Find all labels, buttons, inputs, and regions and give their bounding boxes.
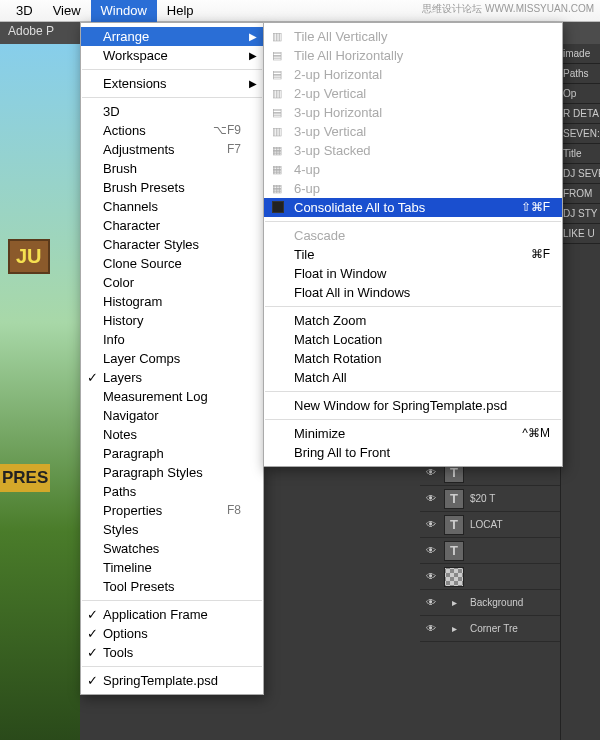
layout-icon: ▦ xyxy=(272,160,286,179)
window-menu-item[interactable]: Paragraph Styles xyxy=(81,463,263,482)
window-menu-item[interactable]: Paragraph xyxy=(81,444,263,463)
menu-3d[interactable]: 3D xyxy=(6,0,43,22)
window-menu-item[interactable]: Color xyxy=(81,273,263,292)
layer-thumb: ▸ xyxy=(444,593,464,613)
arrange-menu-item: ▥2-up Vertical xyxy=(264,84,562,103)
arrange-menu-item: ▤2-up Horizontal xyxy=(264,65,562,84)
panel-tab[interactable]: imade xyxy=(561,44,600,64)
arrange-menu-item: ▤3-up Horizontal xyxy=(264,103,562,122)
layer-thumb xyxy=(444,567,464,587)
layout-icon: ▥ xyxy=(272,84,286,103)
window-menu-item[interactable]: History xyxy=(81,311,263,330)
arrange-menu-item[interactable]: Match All xyxy=(264,368,562,387)
layout-icon: ▤ xyxy=(272,65,286,84)
window-menu-item[interactable]: ✓Layers xyxy=(81,368,263,387)
arrange-menu-item: ▦3-up Stacked xyxy=(264,141,562,160)
window-menu-item[interactable]: 3D xyxy=(81,102,263,121)
arrange-menu-item[interactable]: New Window for SpringTemplate.psd xyxy=(264,396,562,415)
window-menu-item[interactable]: Brush xyxy=(81,159,263,178)
arrange-menu-item[interactable]: Consolidate All to Tabs⇧⌘F xyxy=(264,198,562,217)
arrange-menu-item: ▦4-up xyxy=(264,160,562,179)
layout-icon: ▥ xyxy=(272,122,286,141)
arrange-menu-item[interactable]: Match Location xyxy=(264,330,562,349)
canvas-text-pres: PRES xyxy=(0,464,50,492)
document-canvas[interactable]: JU PRES xyxy=(0,44,80,740)
visibility-eye-icon[interactable]: 👁 xyxy=(424,493,438,504)
arrange-menu-item: ▦6-up xyxy=(264,179,562,198)
window-menu-item[interactable]: Histogram xyxy=(81,292,263,311)
layout-icon xyxy=(272,201,284,213)
panel-tab[interactable]: FROM xyxy=(561,184,600,204)
menu-view[interactable]: View xyxy=(43,0,91,22)
visibility-eye-icon[interactable]: 👁 xyxy=(424,545,438,556)
window-menu-item[interactable]: ✓Application Frame xyxy=(81,605,263,624)
window-menu-item[interactable]: AdjustmentsF7 xyxy=(81,140,263,159)
menu-window[interactable]: Window xyxy=(91,0,157,22)
watermark: 思维设计论坛 WWW.MISSYUAN.COM xyxy=(422,2,594,16)
panel-tab[interactable]: LIKE U xyxy=(561,224,600,244)
window-menu-item[interactable]: Character Styles xyxy=(81,235,263,254)
window-menu-dropdown: Arrange▶Workspace▶Extensions▶3DActions⌥F… xyxy=(80,22,264,695)
layout-icon: ▦ xyxy=(272,141,286,160)
window-menu-item[interactable]: Measurement Log xyxy=(81,387,263,406)
window-menu-item[interactable]: Arrange▶ xyxy=(81,27,263,46)
arrange-menu-item: ▤Tile All Horizontally xyxy=(264,46,562,65)
visibility-eye-icon[interactable]: 👁 xyxy=(424,519,438,530)
arrange-menu-item[interactable]: Minimize^⌘M xyxy=(264,424,562,443)
arrange-menu-item[interactable]: Bring All to Front xyxy=(264,443,562,462)
window-menu-item[interactable]: Paths xyxy=(81,482,263,501)
window-menu-item[interactable]: Layer Comps xyxy=(81,349,263,368)
panel-tab[interactable]: R DETA xyxy=(561,104,600,124)
panel-tab[interactable]: SEVEN: xyxy=(561,124,600,144)
window-menu-item[interactable]: ✓Options xyxy=(81,624,263,643)
canvas-text-ju: JU xyxy=(8,239,50,274)
arrange-menu-item: ▥Tile All Vertically xyxy=(264,27,562,46)
panel-tab[interactable]: Paths xyxy=(561,64,600,84)
window-menu-item[interactable]: Tool Presets xyxy=(81,577,263,596)
arrange-menu-item[interactable]: Float All in Windows xyxy=(264,283,562,302)
window-menu-item[interactable]: Actions⌥F9 xyxy=(81,121,263,140)
visibility-eye-icon[interactable]: 👁 xyxy=(424,623,438,634)
arrange-menu-item[interactable]: Float in Window xyxy=(264,264,562,283)
window-menu-item[interactable]: Extensions▶ xyxy=(81,74,263,93)
layout-icon: ▥ xyxy=(272,27,286,46)
window-menu-item[interactable]: Info xyxy=(81,330,263,349)
arrange-submenu: ▥Tile All Vertically▤Tile All Horizontal… xyxy=(263,22,563,467)
window-menu-item[interactable]: Swatches xyxy=(81,539,263,558)
layer-thumb: T xyxy=(444,515,464,535)
panel-tab[interactable]: DJ SEVE xyxy=(561,164,600,184)
layout-icon: ▦ xyxy=(272,179,286,198)
window-menu-item[interactable]: Navigator xyxy=(81,406,263,425)
visibility-eye-icon[interactable]: 👁 xyxy=(424,597,438,608)
window-menu-item[interactable]: Character xyxy=(81,216,263,235)
layer-thumb: ▸ xyxy=(444,619,464,639)
window-menu-item[interactable]: Clone Source xyxy=(81,254,263,273)
window-menu-item[interactable]: Workspace▶ xyxy=(81,46,263,65)
arrange-menu-item[interactable]: Match Rotation xyxy=(264,349,562,368)
window-menu-item[interactable]: Timeline xyxy=(81,558,263,577)
arrange-menu-item: Cascade xyxy=(264,226,562,245)
panel-tab[interactable]: Op xyxy=(561,84,600,104)
window-menu-item[interactable]: ✓SpringTemplate.psd xyxy=(81,671,263,690)
layer-thumb: T xyxy=(444,489,464,509)
window-menu-item[interactable]: ✓Tools xyxy=(81,643,263,662)
window-menu-item[interactable]: Channels xyxy=(81,197,263,216)
layer-thumb: T xyxy=(444,541,464,561)
arrange-menu-item[interactable]: Match Zoom xyxy=(264,311,562,330)
window-menu-item[interactable]: PropertiesF8 xyxy=(81,501,263,520)
panel-tab[interactable]: Title xyxy=(561,144,600,164)
right-panel-column: imadePathsOpR DETASEVEN:TitleDJ SEVEFROM… xyxy=(560,44,600,740)
window-menu-item[interactable]: Styles xyxy=(81,520,263,539)
window-menu-item[interactable]: Notes xyxy=(81,425,263,444)
window-menu-item[interactable]: Brush Presets xyxy=(81,178,263,197)
layout-icon: ▤ xyxy=(272,103,286,122)
menu-help[interactable]: Help xyxy=(157,0,204,22)
visibility-eye-icon[interactable]: 👁 xyxy=(424,571,438,582)
panel-tab[interactable]: DJ STY xyxy=(561,204,600,224)
arrange-menu-item: ▥3-up Vertical xyxy=(264,122,562,141)
visibility-eye-icon[interactable]: 👁 xyxy=(424,467,438,478)
layout-icon: ▤ xyxy=(272,46,286,65)
arrange-menu-item[interactable]: Tile⌘F xyxy=(264,245,562,264)
